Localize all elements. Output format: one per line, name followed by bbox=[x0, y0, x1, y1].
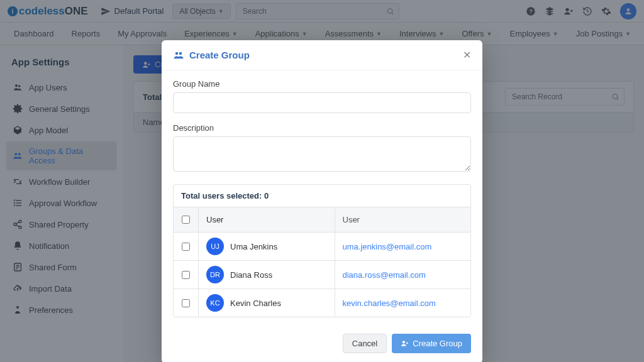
description-label: Description bbox=[173, 123, 471, 133]
create-group-modal: Create Group ✕ Group Name Description To… bbox=[162, 40, 482, 362]
user-avatar: KC bbox=[206, 294, 224, 312]
user-name-cell: DRDiana Ross bbox=[199, 261, 335, 288]
svg-point-28 bbox=[179, 52, 182, 55]
select-all-checkbox[interactable] bbox=[182, 216, 190, 224]
svg-point-27 bbox=[175, 52, 179, 55]
user-email-cell[interactable]: kevin.charles@email.com bbox=[335, 293, 471, 313]
user-email-cell[interactable]: diana.ross@email.com bbox=[335, 265, 471, 285]
description-input[interactable] bbox=[173, 136, 471, 172]
svg-point-29 bbox=[402, 341, 405, 343]
user-row: DRDiana Ross diana.ross@email.com bbox=[174, 261, 470, 289]
user-checkbox[interactable] bbox=[182, 243, 190, 251]
user-avatar: DR bbox=[206, 266, 224, 283]
group-icon bbox=[173, 50, 184, 61]
modal-overlay: Create Group ✕ Group Name Description To… bbox=[0, 0, 644, 362]
group-name-input[interactable] bbox=[173, 92, 471, 113]
column-user-email: User bbox=[335, 210, 471, 229]
user-check-cell bbox=[174, 261, 199, 288]
total-users-label: Total users selected: 0 bbox=[174, 185, 470, 207]
select-all-cell bbox=[174, 207, 199, 232]
user-email-cell[interactable]: uma.jenkins@email.com bbox=[335, 237, 471, 256]
modal-footer: Cancel Create Group bbox=[162, 326, 482, 362]
user-row: KCKevin Charles kevin.charles@email.com bbox=[174, 289, 470, 317]
user-check-cell bbox=[174, 233, 199, 260]
user-checkbox[interactable] bbox=[182, 299, 190, 307]
user-check-cell bbox=[174, 289, 199, 317]
add-user-icon bbox=[401, 339, 409, 348]
modal-title: Create Group bbox=[173, 50, 250, 61]
modal-header: Create Group ✕ bbox=[162, 40, 482, 70]
user-table-header: User User bbox=[174, 207, 470, 233]
column-user-name: User bbox=[199, 207, 335, 232]
user-name-cell: KCKevin Charles bbox=[199, 289, 335, 317]
user-avatar: UJ bbox=[206, 238, 224, 255]
user-table: Total users selected: 0 User User UJUma … bbox=[173, 184, 471, 317]
modal-body: Group Name Description Total users selec… bbox=[162, 70, 482, 326]
user-checkbox[interactable] bbox=[182, 271, 190, 279]
cancel-button[interactable]: Cancel bbox=[343, 334, 387, 353]
close-button[interactable]: ✕ bbox=[463, 49, 471, 61]
group-name-label: Group Name bbox=[173, 79, 471, 89]
submit-create-group-button[interactable]: Create Group bbox=[392, 334, 471, 353]
user-name-cell: UJUma Jenkins bbox=[199, 233, 335, 260]
user-row: UJUma Jenkins uma.jenkins@email.com bbox=[174, 233, 470, 261]
